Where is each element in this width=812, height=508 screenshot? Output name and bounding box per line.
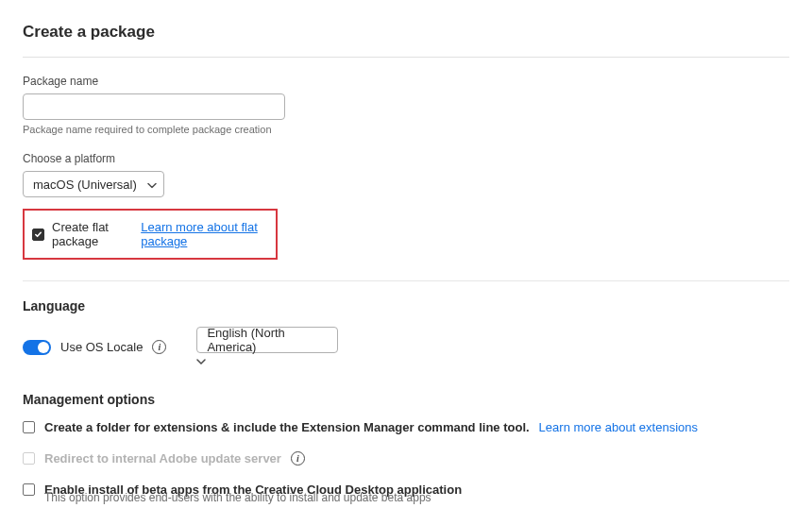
divider xyxy=(23,280,789,281)
management-section: Management options Create a folder for e… xyxy=(23,392,789,504)
beta-checkbox[interactable] xyxy=(23,483,35,496)
extensions-row: Create a folder for extensions & include… xyxy=(23,420,789,434)
flat-package-highlight: Create flat package Learn more about fla… xyxy=(23,209,278,260)
info-icon[interactable]: i xyxy=(291,451,305,466)
redirect-checkbox xyxy=(23,452,35,465)
package-name-section: Package name Package name required to co… xyxy=(23,75,789,135)
chevron-down-icon xyxy=(196,353,206,367)
language-heading: Language xyxy=(23,298,789,313)
use-os-locale-toggle[interactable] xyxy=(23,340,51,355)
info-icon[interactable]: i xyxy=(152,340,166,354)
flat-package-checkbox[interactable] xyxy=(32,229,44,241)
extensions-label: Create a folder for extensions & include… xyxy=(44,420,530,434)
extensions-checkbox[interactable] xyxy=(23,421,35,433)
language-select[interactable]: English (North America) xyxy=(196,327,338,367)
platform-label: Choose a platform xyxy=(23,152,789,165)
page-title: Create a package xyxy=(23,23,789,58)
beta-helper: This option provides end-users with the … xyxy=(44,491,789,504)
redirect-row: Redirect to internal Adobe update server… xyxy=(23,451,789,466)
language-selected-value: English (North America) xyxy=(207,326,313,354)
management-heading: Management options xyxy=(23,392,789,407)
platform-select[interactable]: macOS (Universal) xyxy=(23,171,164,197)
platform-selected-value: macOS (Universal) xyxy=(33,178,137,192)
platform-section: Choose a platform macOS (Universal) xyxy=(23,152,789,197)
toggle-knob xyxy=(38,342,49,353)
use-os-locale-label: Use OS Locale xyxy=(60,340,143,354)
package-name-input[interactable] xyxy=(23,93,285,120)
package-name-helper: Package name required to complete packag… xyxy=(23,124,789,135)
language-section: Language Use OS Locale i English (North … xyxy=(23,298,789,367)
flat-package-label: Create flat package xyxy=(52,220,133,248)
flat-package-learn-more-link[interactable]: Learn more about flat package xyxy=(141,220,268,248)
redirect-label: Redirect to internal Adobe update server xyxy=(44,451,281,466)
extensions-learn-more-link[interactable]: Learn more about extensions xyxy=(539,420,698,434)
package-name-label: Package name xyxy=(23,75,789,88)
